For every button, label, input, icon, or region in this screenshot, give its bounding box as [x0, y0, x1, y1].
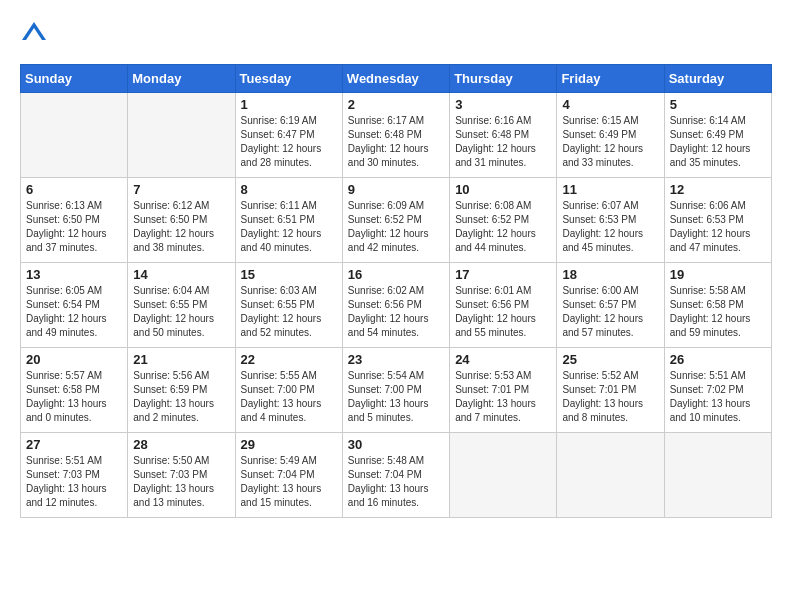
day-number: 29	[241, 437, 337, 452]
calendar-cell: 2Sunrise: 6:17 AM Sunset: 6:48 PM Daylig…	[342, 93, 449, 178]
weekday-header: Tuesday	[235, 65, 342, 93]
day-info: Sunrise: 6:07 AM Sunset: 6:53 PM Dayligh…	[562, 199, 658, 255]
day-number: 14	[133, 267, 229, 282]
weekday-header: Monday	[128, 65, 235, 93]
day-info: Sunrise: 6:03 AM Sunset: 6:55 PM Dayligh…	[241, 284, 337, 340]
day-info: Sunrise: 6:01 AM Sunset: 6:56 PM Dayligh…	[455, 284, 551, 340]
day-number: 25	[562, 352, 658, 367]
day-info: Sunrise: 5:56 AM Sunset: 6:59 PM Dayligh…	[133, 369, 229, 425]
calendar-cell: 20Sunrise: 5:57 AM Sunset: 6:58 PM Dayli…	[21, 348, 128, 433]
calendar-cell: 23Sunrise: 5:54 AM Sunset: 7:00 PM Dayli…	[342, 348, 449, 433]
weekday-header: Sunday	[21, 65, 128, 93]
calendar-cell: 5Sunrise: 6:14 AM Sunset: 6:49 PM Daylig…	[664, 93, 771, 178]
day-number: 4	[562, 97, 658, 112]
weekday-header: Saturday	[664, 65, 771, 93]
day-number: 20	[26, 352, 122, 367]
day-info: Sunrise: 6:04 AM Sunset: 6:55 PM Dayligh…	[133, 284, 229, 340]
calendar-cell: 9Sunrise: 6:09 AM Sunset: 6:52 PM Daylig…	[342, 178, 449, 263]
day-info: Sunrise: 6:14 AM Sunset: 6:49 PM Dayligh…	[670, 114, 766, 170]
calendar-cell: 18Sunrise: 6:00 AM Sunset: 6:57 PM Dayli…	[557, 263, 664, 348]
calendar-cell: 10Sunrise: 6:08 AM Sunset: 6:52 PM Dayli…	[450, 178, 557, 263]
day-info: Sunrise: 6:02 AM Sunset: 6:56 PM Dayligh…	[348, 284, 444, 340]
day-info: Sunrise: 5:53 AM Sunset: 7:01 PM Dayligh…	[455, 369, 551, 425]
day-info: Sunrise: 6:05 AM Sunset: 6:54 PM Dayligh…	[26, 284, 122, 340]
calendar-cell: 12Sunrise: 6:06 AM Sunset: 6:53 PM Dayli…	[664, 178, 771, 263]
calendar-cell	[450, 433, 557, 518]
day-info: Sunrise: 6:15 AM Sunset: 6:49 PM Dayligh…	[562, 114, 658, 170]
calendar-cell: 27Sunrise: 5:51 AM Sunset: 7:03 PM Dayli…	[21, 433, 128, 518]
calendar-cell: 13Sunrise: 6:05 AM Sunset: 6:54 PM Dayli…	[21, 263, 128, 348]
calendar-cell	[664, 433, 771, 518]
day-number: 26	[670, 352, 766, 367]
weekday-header: Friday	[557, 65, 664, 93]
day-info: Sunrise: 6:00 AM Sunset: 6:57 PM Dayligh…	[562, 284, 658, 340]
week-row: 27Sunrise: 5:51 AM Sunset: 7:03 PM Dayli…	[21, 433, 772, 518]
day-number: 6	[26, 182, 122, 197]
day-info: Sunrise: 6:16 AM Sunset: 6:48 PM Dayligh…	[455, 114, 551, 170]
day-info: Sunrise: 6:19 AM Sunset: 6:47 PM Dayligh…	[241, 114, 337, 170]
day-info: Sunrise: 5:57 AM Sunset: 6:58 PM Dayligh…	[26, 369, 122, 425]
calendar-cell: 26Sunrise: 5:51 AM Sunset: 7:02 PM Dayli…	[664, 348, 771, 433]
day-info: Sunrise: 6:17 AM Sunset: 6:48 PM Dayligh…	[348, 114, 444, 170]
day-number: 5	[670, 97, 766, 112]
calendar-cell: 19Sunrise: 5:58 AM Sunset: 6:58 PM Dayli…	[664, 263, 771, 348]
day-info: Sunrise: 5:49 AM Sunset: 7:04 PM Dayligh…	[241, 454, 337, 510]
calendar-header-row: SundayMondayTuesdayWednesdayThursdayFrid…	[21, 65, 772, 93]
weekday-header: Thursday	[450, 65, 557, 93]
day-info: Sunrise: 6:08 AM Sunset: 6:52 PM Dayligh…	[455, 199, 551, 255]
calendar-cell: 4Sunrise: 6:15 AM Sunset: 6:49 PM Daylig…	[557, 93, 664, 178]
day-info: Sunrise: 6:13 AM Sunset: 6:50 PM Dayligh…	[26, 199, 122, 255]
calendar-cell: 30Sunrise: 5:48 AM Sunset: 7:04 PM Dayli…	[342, 433, 449, 518]
day-number: 3	[455, 97, 551, 112]
day-info: Sunrise: 6:09 AM Sunset: 6:52 PM Dayligh…	[348, 199, 444, 255]
calendar-cell: 3Sunrise: 6:16 AM Sunset: 6:48 PM Daylig…	[450, 93, 557, 178]
day-number: 18	[562, 267, 658, 282]
calendar-cell: 6Sunrise: 6:13 AM Sunset: 6:50 PM Daylig…	[21, 178, 128, 263]
calendar-cell: 24Sunrise: 5:53 AM Sunset: 7:01 PM Dayli…	[450, 348, 557, 433]
day-number: 21	[133, 352, 229, 367]
calendar-cell	[21, 93, 128, 178]
day-number: 12	[670, 182, 766, 197]
calendar-cell: 22Sunrise: 5:55 AM Sunset: 7:00 PM Dayli…	[235, 348, 342, 433]
calendar-cell: 25Sunrise: 5:52 AM Sunset: 7:01 PM Dayli…	[557, 348, 664, 433]
day-number: 27	[26, 437, 122, 452]
calendar-cell: 7Sunrise: 6:12 AM Sunset: 6:50 PM Daylig…	[128, 178, 235, 263]
day-info: Sunrise: 6:06 AM Sunset: 6:53 PM Dayligh…	[670, 199, 766, 255]
day-number: 23	[348, 352, 444, 367]
calendar-cell: 21Sunrise: 5:56 AM Sunset: 6:59 PM Dayli…	[128, 348, 235, 433]
calendar-cell: 16Sunrise: 6:02 AM Sunset: 6:56 PM Dayli…	[342, 263, 449, 348]
day-number: 1	[241, 97, 337, 112]
calendar-cell: 29Sunrise: 5:49 AM Sunset: 7:04 PM Dayli…	[235, 433, 342, 518]
week-row: 6Sunrise: 6:13 AM Sunset: 6:50 PM Daylig…	[21, 178, 772, 263]
calendar-cell: 17Sunrise: 6:01 AM Sunset: 6:56 PM Dayli…	[450, 263, 557, 348]
day-info: Sunrise: 6:11 AM Sunset: 6:51 PM Dayligh…	[241, 199, 337, 255]
day-info: Sunrise: 5:54 AM Sunset: 7:00 PM Dayligh…	[348, 369, 444, 425]
week-row: 1Sunrise: 6:19 AM Sunset: 6:47 PM Daylig…	[21, 93, 772, 178]
week-row: 20Sunrise: 5:57 AM Sunset: 6:58 PM Dayli…	[21, 348, 772, 433]
day-number: 7	[133, 182, 229, 197]
day-number: 28	[133, 437, 229, 452]
day-info: Sunrise: 5:52 AM Sunset: 7:01 PM Dayligh…	[562, 369, 658, 425]
page-header	[20, 20, 772, 48]
day-number: 30	[348, 437, 444, 452]
logo	[20, 20, 52, 48]
day-number: 9	[348, 182, 444, 197]
calendar-cell: 15Sunrise: 6:03 AM Sunset: 6:55 PM Dayli…	[235, 263, 342, 348]
day-number: 10	[455, 182, 551, 197]
day-info: Sunrise: 5:58 AM Sunset: 6:58 PM Dayligh…	[670, 284, 766, 340]
day-info: Sunrise: 5:55 AM Sunset: 7:00 PM Dayligh…	[241, 369, 337, 425]
day-number: 2	[348, 97, 444, 112]
day-number: 11	[562, 182, 658, 197]
day-info: Sunrise: 5:51 AM Sunset: 7:03 PM Dayligh…	[26, 454, 122, 510]
calendar-cell: 28Sunrise: 5:50 AM Sunset: 7:03 PM Dayli…	[128, 433, 235, 518]
calendar-cell	[128, 93, 235, 178]
day-number: 19	[670, 267, 766, 282]
day-number: 15	[241, 267, 337, 282]
day-number: 24	[455, 352, 551, 367]
day-info: Sunrise: 5:50 AM Sunset: 7:03 PM Dayligh…	[133, 454, 229, 510]
day-info: Sunrise: 6:12 AM Sunset: 6:50 PM Dayligh…	[133, 199, 229, 255]
day-number: 16	[348, 267, 444, 282]
calendar-cell	[557, 433, 664, 518]
day-number: 13	[26, 267, 122, 282]
calendar-cell: 11Sunrise: 6:07 AM Sunset: 6:53 PM Dayli…	[557, 178, 664, 263]
